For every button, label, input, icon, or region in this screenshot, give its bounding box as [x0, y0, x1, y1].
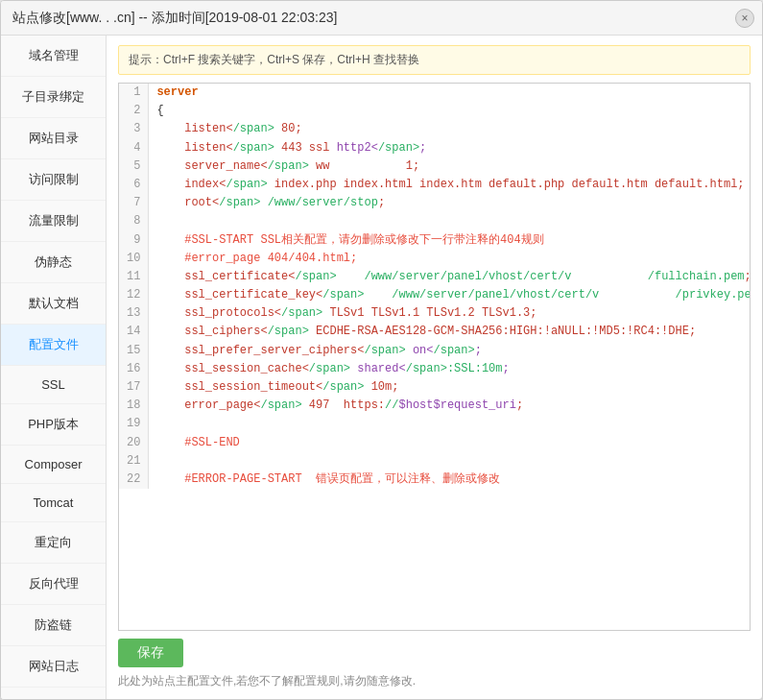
line-content: ssl_ciphers</span> ECDHE-RSA-AES128-GCM-…	[149, 323, 751, 341]
sidebar-item-proxy[interactable]: 反向代理	[1, 564, 106, 605]
sidebar-item-static[interactable]: 伪静态	[1, 242, 106, 283]
line-number: 15	[119, 342, 149, 360]
sidebar-item-composer[interactable]: Composer	[1, 446, 106, 484]
line-number: 10	[119, 250, 149, 268]
table-row: 11 ssl_certificate</span> /www/server/pa…	[119, 268, 751, 286]
sidebar-item-log[interactable]: 网站日志	[1, 646, 106, 688]
sidebar: 域名管理子目录绑定网站目录访问限制流量限制伪静态默认文档配置文件SSLPHP版本…	[1, 36, 107, 699]
table-row: 9 #SSL-START SSL相关配置，请勿删除或修改下一行带注释的404规则	[119, 231, 751, 250]
line-content	[149, 452, 751, 471]
line-number: 1	[119, 84, 149, 102]
hint-text: 提示：Ctrl+F 搜索关键字，Ctrl+S 保存，Ctrl+H 查找替换	[129, 53, 419, 66]
line-number: 8	[119, 212, 149, 230]
line-number: 21	[119, 452, 149, 471]
line-content	[149, 415, 751, 433]
table-row: 21	[119, 452, 751, 471]
line-content: ssl_session_timeout</span> 10m;	[149, 378, 751, 397]
line-content: {	[149, 102, 751, 120]
table-row: 7 root</span> /www/server/stop;	[119, 194, 751, 212]
table-row: 1server	[119, 84, 751, 102]
table-row: 3 listen</span> 80;	[119, 120, 751, 138]
line-content: #ERROR-PAGE-START 错误页配置，可以注释、删除或修改	[149, 471, 751, 489]
main-content: 提示：Ctrl+F 搜索关键字，Ctrl+S 保存，Ctrl+H 查找替换 1s…	[107, 36, 762, 699]
save-button[interactable]: 保存	[118, 639, 183, 667]
line-number: 22	[119, 471, 149, 489]
table-row: 8	[119, 212, 751, 230]
sidebar-item-access[interactable]: 访问限制	[1, 159, 106, 201]
line-content: ssl_prefer_server_ciphers</span> on</spa…	[149, 342, 751, 360]
line-content: server_name</span> ww 1;	[149, 157, 751, 176]
sidebar-item-tomcat[interactable]: Tomcat	[1, 484, 106, 522]
sidebar-item-hotlink[interactable]: 防盗链	[1, 605, 106, 646]
line-content: #SSL-START SSL相关配置，请勿删除或修改下一行带注释的404规则	[149, 231, 751, 250]
action-bar: 保存	[118, 639, 751, 673]
sidebar-item-ssl[interactable]: SSL	[1, 366, 106, 404]
table-row: 14 ssl_ciphers</span> ECDHE-RSA-AES128-G…	[119, 323, 751, 341]
hint-bar: 提示：Ctrl+F 搜索关键字，Ctrl+S 保存，Ctrl+H 查找替换	[118, 45, 751, 75]
table-row: 10 #error_page 404/404.html;	[119, 250, 751, 268]
line-content: root</span> /www/server/stop;	[149, 194, 751, 212]
line-number: 6	[119, 176, 149, 194]
line-number: 12	[119, 286, 149, 304]
table-row: 19	[119, 415, 751, 433]
sidebar-item-flow[interactable]: 流量限制	[1, 201, 106, 242]
line-number: 4	[119, 139, 149, 157]
line-content: error_page</span> 497 https://$host$requ…	[149, 397, 751, 415]
line-number: 14	[119, 323, 149, 341]
table-row: 22 #ERROR-PAGE-START 错误页配置，可以注释、删除或修改	[119, 471, 751, 489]
code-editor[interactable]: 1server2{3 listen</span> 80;4 listen</sp…	[118, 83, 751, 631]
line-number: 19	[119, 415, 149, 433]
line-number: 3	[119, 120, 149, 138]
line-content: index</span> index.php index.html index.…	[149, 176, 751, 194]
sidebar-item-config[interactable]: 配置文件	[1, 325, 106, 366]
line-number: 9	[119, 231, 149, 250]
table-row: 12 ssl_certificate_key</span> /www/serve…	[119, 286, 751, 304]
line-content: ssl_protocols</span> TLSv1 TLSv1.1 TLSv1…	[149, 304, 751, 323]
line-number: 17	[119, 378, 149, 397]
table-row: 20 #SSL-END	[119, 434, 751, 452]
table-row: 4 listen</span> 443 ssl http2</span>;	[119, 139, 751, 157]
sidebar-item-php[interactable]: PHP版本	[1, 404, 106, 446]
line-content: ssl_certificate_key</span> /www/server/p…	[149, 286, 751, 304]
modal-window: 站点修改[www. . .cn] -- 添加时间[2019-08-01 22:0…	[0, 0, 763, 700]
table-row: 5 server_name</span> ww 1;	[119, 157, 751, 176]
table-row: 17 ssl_session_timeout</span> 10m;	[119, 378, 751, 397]
line-content: ssl_certificate</span> /www/server/panel…	[149, 268, 751, 286]
line-number: 13	[119, 304, 149, 323]
table-row: 13 ssl_protocols</span> TLSv1 TLSv1.1 TL…	[119, 304, 751, 323]
line-number: 7	[119, 194, 149, 212]
sidebar-item-default[interactable]: 默认文档	[1, 283, 106, 325]
line-content: ssl_session_cache</span> shared</span>:S…	[149, 360, 751, 378]
line-content	[149, 212, 751, 230]
line-number: 16	[119, 360, 149, 378]
table-row: 18 error_page</span> 497 https://$host$r…	[119, 397, 751, 415]
line-content: server	[149, 84, 751, 102]
sidebar-item-domain[interactable]: 域名管理	[1, 36, 106, 77]
close-button[interactable]: ×	[735, 9, 754, 28]
line-content: listen</span> 80;	[149, 120, 751, 138]
sidebar-item-subdir[interactable]: 子目录绑定	[1, 77, 106, 118]
line-content: #error_page 404/404.html;	[149, 250, 751, 268]
line-number: 5	[119, 157, 149, 176]
line-number: 2	[119, 102, 149, 120]
table-row: 2{	[119, 102, 751, 120]
modal-header: 站点修改[www. . .cn] -- 添加时间[2019-08-01 22:0…	[1, 1, 762, 36]
modal-title: 站点修改[www. . .cn] -- 添加时间[2019-08-01 22:0…	[12, 10, 337, 27]
footer-note: 此处为站点主配置文件,若您不了解配置规则,请勿随意修改.	[118, 673, 751, 689]
sidebar-item-webdir[interactable]: 网站目录	[1, 118, 106, 159]
sidebar-item-redirect[interactable]: 重定向	[1, 522, 106, 564]
table-row: 6 index</span> index.php index.html inde…	[119, 176, 751, 194]
line-content: #SSL-END	[149, 434, 751, 452]
table-row: 16 ssl_session_cache</span> shared</span…	[119, 360, 751, 378]
table-row: 15 ssl_prefer_server_ciphers</span> on</…	[119, 342, 751, 360]
line-number: 18	[119, 397, 149, 415]
modal-body: 域名管理子目录绑定网站目录访问限制流量限制伪静态默认文档配置文件SSLPHP版本…	[1, 36, 762, 699]
line-number: 20	[119, 434, 149, 452]
line-number: 11	[119, 268, 149, 286]
code-table: 1server2{3 listen</span> 80;4 listen</sp…	[119, 84, 751, 489]
line-content: listen</span> 443 ssl http2</span>;	[149, 139, 751, 157]
